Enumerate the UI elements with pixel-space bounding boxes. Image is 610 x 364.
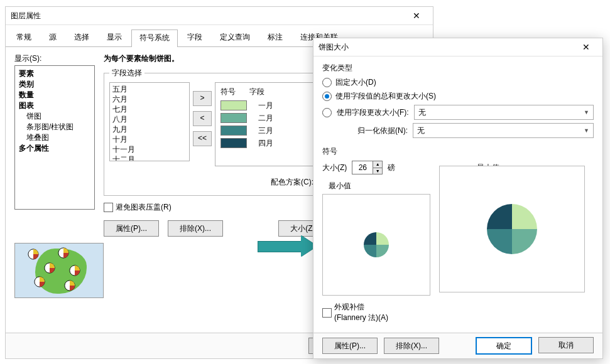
tab-fields[interactable]: 字段: [179, 29, 210, 46]
select-value: 无: [418, 107, 426, 118]
remove-field-button[interactable]: <: [193, 111, 212, 126]
dialog-title: 饼图大小: [319, 42, 575, 53]
pie-icon: [487, 204, 537, 254]
avoid-overlap-checkbox[interactable]: 避免图表压盖(R): [104, 202, 172, 213]
tree-stacked[interactable]: 堆叠图: [19, 132, 90, 143]
window-title: 图层属性: [11, 11, 405, 21]
map-preview: [14, 243, 104, 298]
mini-pie-icon: [69, 265, 80, 276]
normalize-select[interactable]: 无 ▼: [413, 123, 594, 138]
field-item[interactable]: 六月: [112, 94, 187, 104]
tree-bar[interactable]: 条形图/柱状图: [19, 122, 90, 132]
radio-label: 使用字段值的总和更改大小(S): [335, 91, 436, 102]
symbol-label: 三月: [258, 126, 273, 136]
symbol-label: 四月: [258, 138, 273, 149]
variation-label: 变化类型: [322, 63, 594, 73]
flannery-label-2: (Flannery 法)(A): [334, 313, 388, 323]
spinner-down-icon[interactable]: ▼: [373, 168, 382, 174]
tree-categories[interactable]: 类别: [19, 79, 90, 90]
size-unit: 磅: [388, 163, 395, 173]
cancel-button[interactable]: 取消: [538, 337, 594, 353]
color-swatch[interactable]: [221, 126, 247, 136]
tree-quantities[interactable]: 数量: [19, 90, 90, 100]
exclude-button[interactable]: 排除(X)...: [168, 220, 223, 237]
titlebar: 图层属性 ✕: [6, 7, 433, 25]
checkbox-icon: [322, 308, 332, 318]
color-swatch[interactable]: [221, 100, 247, 110]
add-field-button[interactable]: >: [193, 91, 212, 106]
max-pie-preview: [439, 166, 585, 292]
field-item[interactable]: 十月: [112, 134, 187, 144]
tab-selection[interactable]: 选择: [66, 29, 97, 46]
radio-icon: [322, 108, 332, 117]
field-item[interactable]: 八月: [112, 114, 187, 124]
size-label: 大小(Z): [322, 163, 347, 173]
radio-label: 使用字段更改大小(F):: [337, 107, 409, 118]
mini-pie-icon: [34, 276, 45, 287]
pie-icon: [364, 232, 389, 257]
col-symbol: 符号: [221, 87, 236, 97]
color-swatch[interactable]: [221, 113, 247, 123]
col-field: 字段: [249, 87, 264, 97]
tab-defquery[interactable]: 定义查询: [212, 29, 258, 46]
remove-all-button[interactable]: <<: [193, 131, 212, 146]
field-item[interactable]: 九月: [112, 124, 187, 134]
colorscheme-label: 配色方案(C):: [271, 177, 313, 188]
flannery-checkbox[interactable]: 外观补偿 (Flannery 法)(A): [322, 302, 594, 323]
size-spinner[interactable]: ▲ ▼: [352, 161, 383, 174]
tab-source[interactable]: 源: [41, 29, 65, 46]
symbol-group-label: 符号: [322, 146, 594, 157]
tab-general[interactable]: 常规: [8, 29, 40, 46]
tree-features[interactable]: 要素: [19, 68, 90, 79]
tab-symbology[interactable]: 符号系统: [131, 29, 178, 47]
radio-icon: [322, 78, 332, 87]
symbol-group: 符号 大小(Z) ▲ ▼ 磅 最大值 最小值: [322, 145, 594, 323]
size-input[interactable]: [352, 161, 373, 174]
available-fields-list[interactable]: 五月 六月 七月 八月 九月 十月 十一月 十二月 ORIG_FID: [109, 82, 190, 161]
color-swatch[interactable]: [221, 138, 247, 148]
spinner-up-icon[interactable]: ▲: [373, 161, 382, 168]
show-tree: 显示(S): 要素 类别 数量 图表 饼图 条形图/柱状图 堆叠图 多个属性: [14, 53, 95, 210]
mini-pie-icon: [44, 262, 55, 274]
field-item[interactable]: 十二月: [112, 154, 187, 161]
fieldselection-label: 字段选择: [109, 68, 144, 78]
symbol-label: 一月: [258, 100, 273, 111]
radio-fixed-size[interactable]: 固定大小(D): [322, 77, 594, 88]
field-select[interactable]: 无 ▼: [414, 105, 594, 120]
field-item[interactable]: 五月: [112, 84, 187, 94]
mini-pie-icon: [58, 247, 69, 259]
min-pie-preview: [322, 194, 430, 296]
normalize-label: 归一化依据(N):: [357, 126, 408, 136]
checkbox-icon: [104, 203, 113, 212]
normalize-row: 归一化依据(N): 无 ▼: [357, 123, 594, 138]
tab-labels[interactable]: 标注: [259, 29, 291, 46]
radio-field-size[interactable]: 使用字段更改大小(F): 无 ▼: [322, 105, 594, 120]
pie-size-dialog: 饼图大小 ✕ 变化类型 固定大小(D) 使用字段值的总和更改大小(S) 使用字段…: [313, 38, 603, 359]
dialog-button-bar: 属性(P)... 排除(X)... 确定 取消: [313, 333, 602, 358]
radio-icon: [322, 92, 332, 101]
radio-label: 固定大小(D): [335, 77, 376, 88]
field-item[interactable]: 七月: [112, 104, 187, 114]
properties-button[interactable]: 属性(P)...: [104, 220, 159, 237]
exclude-button[interactable]: 排除(X)...: [384, 338, 439, 354]
properties-button[interactable]: 属性(P)...: [322, 338, 378, 354]
flannery-label-1: 外观补偿: [334, 302, 388, 313]
tab-display[interactable]: 显示: [99, 29, 130, 46]
symbol-label: 二月: [258, 113, 273, 124]
tree-charts[interactable]: 图表: [19, 100, 90, 111]
chevron-down-icon: ▼: [584, 109, 589, 115]
select-value: 无: [417, 126, 425, 136]
chevron-down-icon: ▼: [584, 127, 589, 134]
close-icon[interactable]: ✕: [405, 8, 428, 23]
mini-pie-icon: [28, 249, 39, 260]
titlebar: 饼图大小 ✕: [313, 38, 602, 56]
radio-sum-size[interactable]: 使用字段值的总和更改大小(S): [322, 91, 594, 102]
tree-pie[interactable]: 饼图: [19, 111, 90, 122]
field-item[interactable]: 十一月: [112, 144, 187, 154]
close-icon[interactable]: ✕: [575, 40, 597, 55]
min-label: 最小值: [329, 181, 430, 191]
show-listbox[interactable]: 要素 类别 数量 图表 饼图 条形图/柱状图 堆叠图 多个属性: [14, 65, 95, 210]
tree-multiattr[interactable]: 多个属性: [19, 143, 90, 154]
ok-button[interactable]: 确定: [476, 337, 532, 355]
avoid-overlap-label: 避免图表压盖(R): [116, 202, 172, 213]
